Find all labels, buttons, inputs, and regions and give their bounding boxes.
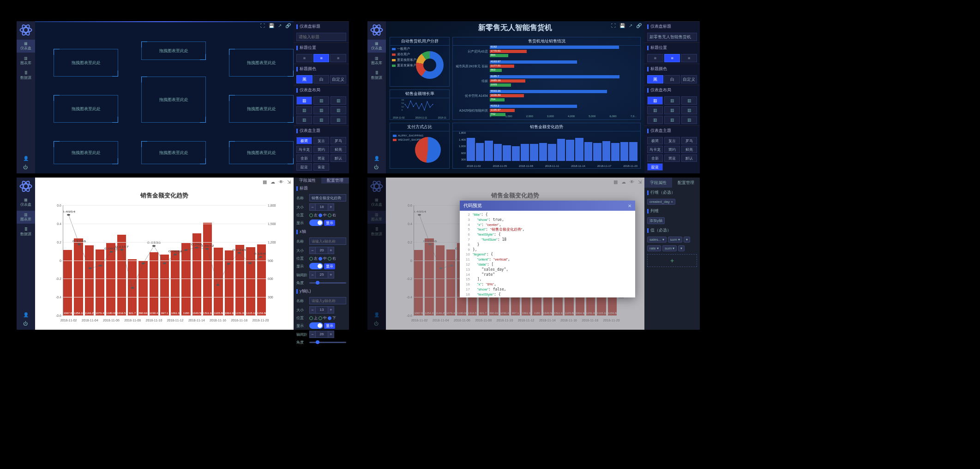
color-black[interactable]: 黑 [296, 75, 313, 83]
tab-config[interactable]: 配置管理 [672, 178, 700, 188]
nav-chart-lib[interactable]: ▥图表库 [17, 54, 35, 67]
tab-field-props[interactable]: 字段属性 [644, 178, 672, 188]
theme-option[interactable]: 简蓝 [313, 154, 329, 162]
layout-option[interactable]: ▥ [647, 106, 663, 114]
title-input[interactable] [647, 33, 697, 41]
chart-name-input[interactable] [309, 194, 346, 202]
theme-option[interactable]: 极简 [296, 137, 312, 144]
share-icon[interactable]: 🔗 [285, 23, 291, 28]
angle-slider[interactable] [309, 282, 346, 284]
color-white[interactable]: 白 [313, 75, 330, 83]
power-icon[interactable]: ⏻ [23, 321, 29, 326]
expand-icon[interactable]: ⛶ [611, 23, 616, 28]
show-toggle[interactable] [309, 220, 323, 226]
layout-option[interactable]: ▥ [313, 96, 329, 105]
title-input[interactable] [296, 33, 346, 41]
dropzone[interactable]: 拖拽图表至此处 [54, 49, 118, 77]
pos-right[interactable]: ≡ [330, 54, 346, 62]
panel-growth-rate[interactable]: 销售金额增长率 0.60.40.20 2018-11-022018-11-112… [390, 89, 450, 120]
layout-option[interactable]: ▥ [664, 106, 680, 114]
tab-config[interactable]: 配置管理 [321, 178, 349, 184]
dropzone[interactable]: 拖拽图表至此处 [54, 141, 118, 164]
yaxis-name-input[interactable] [309, 297, 346, 304]
panel-pay-method[interactable]: 支付方式占比 ALIPAY_SHOPPING WECHAT_SHOPPING [390, 123, 450, 169]
expand-icon[interactable]: ⛶ [260, 23, 265, 28]
layout-option[interactable]: ▥ [296, 106, 312, 114]
xaxis-name-input[interactable] [309, 237, 346, 245]
layout-option[interactable]: ▥ [647, 116, 663, 124]
preview-icon[interactable]: ↗ [278, 23, 282, 28]
panel-address-sales[interactable]: 售货机地址销售情况 日产尼玛4S店61621770.61884城市风景2#2单元… [452, 37, 641, 120]
dropzone[interactable]: 拖拽图表至此处 [229, 49, 294, 77]
tab-field-props[interactable]: 字段属性 [294, 178, 321, 184]
theme-option[interactable]: 靛蓝 [647, 163, 663, 171]
layout-option[interactable]: ▥ [647, 96, 663, 105]
nav-chart-lib[interactable]: ▥图表库 [17, 211, 35, 224]
theme-option[interactable]: 青蓝 [313, 163, 329, 171]
dropzone[interactable]: 拖拽图表至此处 [141, 42, 206, 60]
power-icon[interactable]: ⏻ [374, 165, 379, 170]
add-value-button[interactable]: + [647, 254, 697, 267]
eye-icon[interactable]: 👁 [279, 179, 283, 184]
layout-option[interactable]: ▥ [313, 106, 329, 114]
dropzone[interactable]: 拖拽图表至此处 [229, 95, 294, 123]
theme-option[interactable]: 简蓝 [664, 154, 680, 162]
theme-option[interactable]: 复古 [664, 137, 680, 144]
theme-option[interactable]: 靛蓝 [296, 163, 312, 171]
dropzone[interactable]: 拖拽图表至此处 [54, 95, 118, 123]
field-tag[interactable]: created_day × [647, 199, 675, 205]
layout-option[interactable]: ▥ [331, 106, 346, 114]
theme-option[interactable]: 全新 [647, 154, 663, 162]
nav-dashboard[interactable]: ▦仪表盘 [17, 196, 35, 209]
theme-option[interactable]: 鲜亮 [681, 146, 697, 153]
share-icon[interactable]: 🔗 [636, 23, 642, 28]
layout-option[interactable]: ▥ [331, 116, 346, 124]
add-yaxis-button[interactable]: 添加y轴 [647, 217, 665, 224]
theme-option[interactable]: 鲜亮 [331, 146, 346, 153]
save-icon[interactable]: 💾 [619, 23, 625, 28]
theme-option[interactable]: 默认 [681, 154, 697, 162]
pos-center[interactable]: ≡ [313, 54, 330, 62]
size-minus[interactable]: − [309, 203, 316, 211]
layout-option[interactable]: ▥ [313, 116, 329, 124]
user-icon[interactable]: 👤 [23, 312, 29, 317]
close-icon[interactable]: ✕ [628, 203, 631, 208]
pos-left[interactable]: ≡ [296, 54, 313, 62]
code-body[interactable]: 2"title": { 3 "show": true, 4 "x": "cent… [460, 211, 635, 297]
layout-option[interactable]: ▥ [296, 116, 312, 124]
nav-datasource[interactable]: ≣数据源 [367, 69, 386, 82]
theme-option[interactable]: 马卡龙 [296, 146, 312, 153]
dropzone[interactable]: 拖拽图表至此处 [229, 141, 294, 164]
theme-option[interactable]: 罗马 [681, 137, 697, 144]
nav-dashboard[interactable]: ▦仪表盘 [367, 40, 386, 53]
panel-sales-trend[interactable]: 销售金额变化趋势 1,8001,4001,000600300 2018-11-0… [452, 123, 641, 169]
panel-user-cluster[interactable]: 自动售货机用户分群 一般用户潜在用户重要挽留客户重要发展客户 [390, 37, 450, 87]
theme-option[interactable]: 马卡龙 [647, 146, 663, 153]
theme-option[interactable]: 极简 [647, 137, 663, 144]
theme-option[interactable]: 简约 [313, 146, 329, 153]
layout-icon[interactable]: ▦ [263, 179, 267, 184]
theme-option[interactable]: 默认 [331, 154, 346, 162]
nav-dashboard[interactable]: ▦仪表盘 [17, 40, 35, 53]
theme-option[interactable]: 复古 [313, 137, 329, 144]
nav-datasource[interactable]: ≣数据源 [17, 226, 35, 238]
nav-chart-lib[interactable]: ▥图表库 [367, 54, 386, 67]
user-icon[interactable]: 👤 [23, 156, 29, 161]
layout-option[interactable]: ▥ [664, 116, 680, 124]
layout-option[interactable]: ▥ [681, 116, 697, 124]
theme-option[interactable]: 简约 [664, 146, 680, 153]
size-plus[interactable]: + [328, 203, 334, 211]
layout-option[interactable]: ▥ [331, 96, 346, 105]
save-icon[interactable]: 💾 [269, 23, 274, 28]
theme-option[interactable]: 全新 [296, 154, 312, 162]
export-icon[interactable]: ⇲ [287, 179, 291, 184]
power-icon[interactable]: ⏻ [23, 165, 29, 170]
layout-option[interactable]: ▥ [296, 96, 312, 105]
layout-option[interactable]: ▥ [664, 96, 680, 105]
preview-icon[interactable]: ↗ [629, 23, 632, 28]
color-custom[interactable]: 自定义 [330, 75, 346, 83]
user-icon[interactable]: 👤 [374, 156, 379, 161]
design-canvas[interactable]: ⛶ 💾 ↗ 🔗 拖拽图表至此处 拖拽图表至此处 拖拽图表至此处 拖拽图表至此处 … [35, 21, 294, 173]
cloud-download-icon[interactable]: ☁ [271, 179, 275, 184]
theme-option[interactable]: 罗马 [331, 137, 346, 144]
